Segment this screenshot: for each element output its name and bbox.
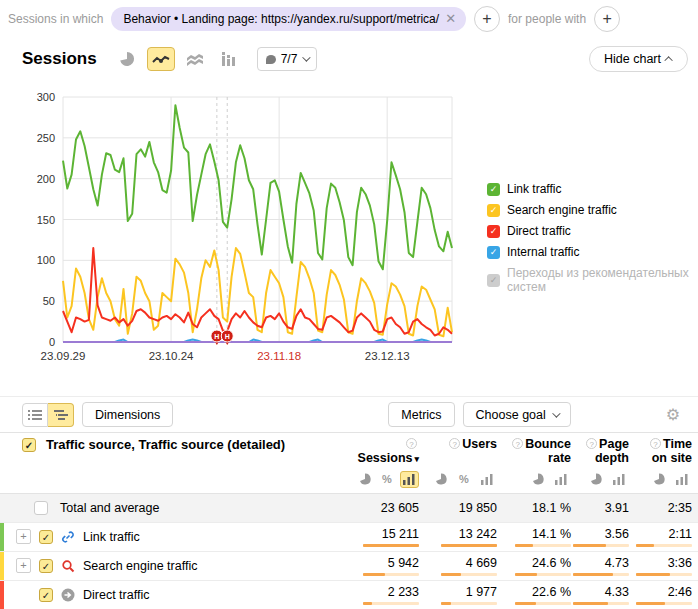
metric-value: 3:36 [668, 556, 692, 570]
y-axis-tick: 100 [37, 254, 55, 266]
legend-item-3[interactable]: ✓Internal traffic [487, 245, 698, 259]
columns-icon [221, 52, 237, 66]
pie-toggle-icon[interactable] [586, 471, 606, 488]
stacked-chart-type-icon[interactable] [181, 47, 209, 71]
remove-segment-icon[interactable]: ✕ [445, 14, 456, 24]
metric-value-cell: 18.1 % [503, 494, 577, 522]
metric-value: 2:11 [669, 527, 692, 541]
metric-value: 5 942 [388, 556, 419, 570]
column-header-time-on-site[interactable]: ?Time on site [635, 437, 698, 466]
row-label-cell: +✓Link traffic [0, 529, 355, 544]
legend-item-0[interactable]: ✓Link traffic [487, 182, 698, 196]
sessions-in-which-label: Sessions in which [8, 12, 103, 26]
column-header-label: Users [462, 437, 497, 451]
pie-toggle-icon[interactable] [528, 471, 548, 488]
metric-bar [363, 544, 419, 547]
metric-value: 2 233 [388, 585, 419, 599]
dimension-header-label: Traffic source, Traffic source (detailed… [46, 437, 285, 452]
row-checkbox[interactable]: ✓ [39, 530, 53, 544]
expand-row-button[interactable]: + [16, 558, 31, 573]
percent-toggle-icon[interactable]: % [454, 471, 474, 488]
metrics-button[interactable]: Metrics [388, 402, 454, 427]
view-toggle-group [22, 403, 74, 427]
bars-toggle-icon[interactable] [551, 471, 571, 488]
metric-value-cell: 4.33 [577, 581, 635, 609]
column-header-users[interactable]: ?Users [425, 437, 503, 451]
legend-item-2[interactable]: ✓Direct traffic [487, 224, 698, 238]
metric-bar [515, 602, 571, 605]
column-header-bounce-rate[interactable]: ?Bounce rate [503, 437, 577, 466]
y-axis-tick: 300 [37, 91, 55, 103]
metric-value-cell: 15 211 [355, 523, 425, 551]
table-body: ✓Total and average23 60519 85018.1 %3.91… [0, 494, 698, 609]
add-people-condition-button[interactable]: + [594, 6, 620, 32]
metric-toggle-group [577, 471, 635, 488]
column-header-page-depth[interactable]: ?Page depth [577, 437, 635, 466]
list-view-icon[interactable] [22, 403, 48, 427]
row-label[interactable]: Link traffic [83, 530, 140, 544]
metric-bar [573, 544, 629, 547]
chevron-up-icon [664, 56, 672, 64]
pie-toggle-icon[interactable] [649, 471, 669, 488]
dimensions-button[interactable]: Dimensions [82, 402, 173, 427]
columns-chart-type-icon[interactable] [215, 47, 243, 71]
bars-toggle-icon[interactable] [609, 471, 629, 488]
row-label[interactable]: Direct traffic [83, 588, 149, 602]
add-session-condition-button[interactable]: + [474, 6, 500, 32]
metric-bar [363, 573, 419, 576]
metric-value: 14.1 % [532, 527, 571, 541]
metric-value: 23 605 [381, 501, 419, 515]
legend-label: Internal traffic [507, 245, 579, 259]
y-axis-tick: 150 [37, 214, 55, 226]
bars-toggle-icon[interactable] [400, 471, 419, 488]
legend-checkbox[interactable]: ✓ [487, 225, 500, 238]
pie-toggle-icon[interactable] [355, 471, 374, 488]
hint-icon: ? [449, 438, 460, 449]
series-line-1 [63, 248, 452, 336]
hint-icon: ? [650, 438, 661, 449]
legend-checkbox[interactable]: ✓ [487, 246, 500, 259]
legend-checkbox[interactable]: ✓ [487, 183, 500, 196]
pie-toggle-icon[interactable] [431, 471, 451, 488]
total-row-checkbox[interactable]: ✓ [34, 501, 48, 515]
row-label[interactable]: Search engine traffic [83, 559, 197, 573]
metric-bar [515, 544, 571, 547]
segments-count-button[interactable]: 7/7 [257, 47, 318, 71]
line-chart-type-icon[interactable] [147, 47, 175, 71]
column-header-label: Sessions [358, 451, 413, 465]
pie-chart-type-icon[interactable] [113, 47, 141, 71]
metric-display-toggles-row: %% [0, 466, 698, 494]
for-people-with-label: for people with [508, 12, 586, 26]
metric-value-cell: 19 850 [425, 494, 503, 522]
select-all-checkbox[interactable]: ✓ [22, 438, 36, 452]
hide-chart-button[interactable]: Hide chart [589, 46, 688, 72]
hint-icon: ? [406, 438, 417, 449]
metric-value: 15 211 [382, 527, 419, 541]
metric-bar [441, 602, 497, 605]
row-label-cell: ✓Direct traffic [0, 588, 355, 602]
legend-label: Search engine traffic [507, 203, 617, 217]
segment-chip[interactable]: Behavior • Landing page: https://yandex.… [111, 7, 466, 31]
percent-toggle-icon[interactable]: % [377, 471, 396, 488]
metric-value-cell: 13 242 [425, 523, 503, 551]
bars-toggle-icon[interactable] [477, 471, 497, 488]
bars-toggle-icon[interactable] [672, 471, 692, 488]
expand-row-button[interactable]: + [16, 529, 31, 544]
list-glyph [28, 409, 42, 421]
legend-checkbox[interactable]: ✓ [487, 274, 500, 287]
dimensions-label: Dimensions [95, 408, 160, 422]
legend-item-4[interactable]: ✓Переходы из рекомендательных систем [487, 266, 698, 294]
metric-bar [573, 573, 629, 576]
metric-value-cell: 2 233 [355, 581, 425, 609]
legend-checkbox[interactable]: ✓ [487, 204, 500, 217]
column-header-sessions[interactable]: ?Sessions▾ [355, 437, 425, 466]
legend-item-1[interactable]: ✓Search engine traffic [487, 203, 698, 217]
series-line-0 [63, 105, 452, 269]
row-checkbox[interactable]: ✓ [39, 559, 53, 573]
choose-goal-button[interactable]: Choose goal [463, 402, 571, 427]
gear-icon[interactable]: ⚙ [666, 405, 680, 424]
tree-view-icon[interactable] [48, 403, 74, 427]
hint-icon: ? [512, 438, 523, 449]
row-checkbox[interactable]: ✓ [39, 588, 53, 602]
segment-chip-label: Behavior • Landing page: https://yandex.… [123, 12, 439, 26]
